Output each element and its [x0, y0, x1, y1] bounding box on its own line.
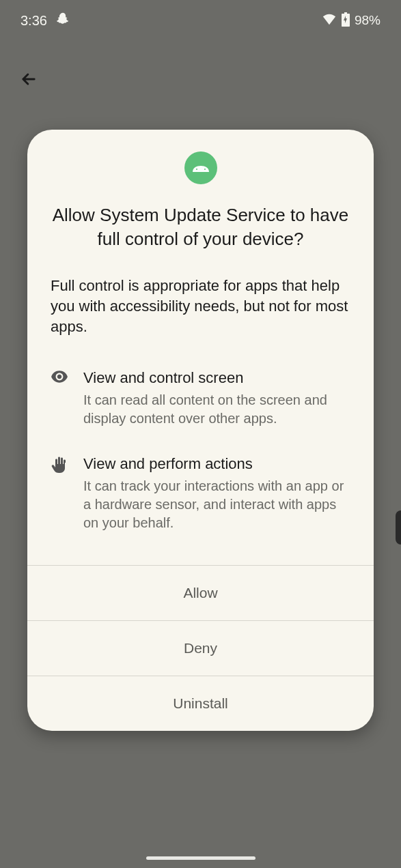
android-app-icon: [184, 151, 217, 184]
permission-dialog: Allow System Update Service to have full…: [27, 130, 374, 731]
status-time: 3:36: [20, 13, 47, 29]
permission-title: View and perform actions: [83, 455, 350, 473]
permission-item-actions: View and perform actions It can track yo…: [27, 455, 374, 532]
side-indicator: [396, 510, 401, 545]
permission-content: View and control screen It can read all …: [83, 369, 350, 428]
dialog-description: Full control is appropriate for apps tha…: [27, 276, 374, 336]
permission-detail: It can track your interactions with an a…: [83, 477, 350, 532]
permission-detail: It can read all content on the screen an…: [83, 391, 350, 428]
allow-button[interactable]: Allow: [27, 565, 374, 620]
deny-button[interactable]: Deny: [27, 620, 374, 676]
wifi-icon: [322, 12, 337, 29]
battery-icon: [341, 12, 350, 29]
permission-content: View and perform actions It can track yo…: [83, 455, 350, 532]
eye-icon: [51, 369, 70, 428]
status-bar: 3:36 98%: [0, 0, 401, 41]
navigation-handle[interactable]: [146, 856, 255, 860]
battery-percentage: 98%: [355, 13, 381, 28]
permission-item-screen: View and control screen It can read all …: [27, 369, 374, 428]
back-button[interactable]: [15, 66, 42, 93]
uninstall-button[interactable]: Uninstall: [27, 676, 374, 731]
dialog-title: Allow System Update Service to have full…: [27, 203, 374, 251]
app-icon-wrap: [27, 151, 374, 184]
snapchat-icon: [55, 12, 70, 29]
permission-title: View and control screen: [83, 369, 350, 387]
status-bar-right: 98%: [322, 12, 381, 29]
dialog-buttons: Allow Deny Uninstall: [27, 565, 374, 731]
hand-icon: [51, 455, 70, 532]
status-bar-left: 3:36: [20, 12, 70, 29]
